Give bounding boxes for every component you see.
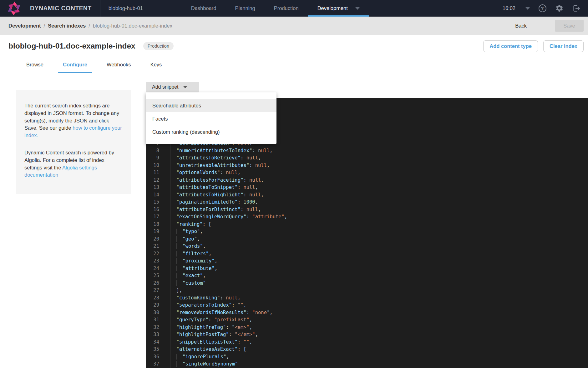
chevron-down-icon: [183, 86, 187, 88]
code-line[interactable]: 19 "typo",: [146, 228, 588, 236]
code-text: "attributesForFaceting": null,: [170, 177, 264, 184]
code-text: "typo",: [170, 228, 203, 236]
tab-webhooks[interactable]: Webhooks: [97, 56, 141, 73]
line-number: 11: [146, 169, 170, 177]
code-line[interactable]: 12 "attributesForFaceting": null,: [146, 177, 588, 184]
info-panel: The current search index settings are di…: [16, 90, 131, 194]
code-text: "highlightPostTag": "</em>",: [170, 331, 258, 339]
nav-item-planning[interactable]: Planning: [226, 0, 265, 17]
add-snippet-button[interactable]: Add snippet: [146, 82, 199, 92]
info-paragraph: The current search index settings are di…: [24, 102, 123, 139]
code-text: "separatorsToIndex": "",: [170, 302, 246, 309]
code-text: "attributeForDistinct": null,: [170, 206, 261, 214]
code-line[interactable]: 16 "attributeForDistinct": null,: [146, 206, 588, 214]
logout-icon[interactable]: [572, 4, 580, 13]
code-line[interactable]: 20 "geo",: [146, 236, 588, 243]
code-line[interactable]: 32 "highlightPreTag": "<em>",: [146, 324, 588, 331]
line-number: 13: [146, 184, 170, 191]
code-line[interactable]: 17 "exactOnSingleWordQuery": "attribute"…: [146, 213, 588, 221]
code-text: "unretrievableAttributes": null,: [170, 162, 270, 169]
line-number: 19: [146, 228, 170, 236]
code-line[interactable]: 35 "alternativesAsExact": [: [146, 346, 588, 353]
page-title: bloblog-hub-01.doc-example-index: [8, 42, 135, 50]
breadcrumb-actions: Back Save: [515, 20, 584, 32]
menu-item-searchable-attributes[interactable]: Searchable attributes: [146, 99, 276, 112]
code-line[interactable]: 22 "filters",: [146, 250, 588, 258]
help-icon[interactable]: ?: [538, 4, 547, 13]
top-navbar: DYNAMIC CONTENT bloblog-hub-01 Dashboard…: [0, 0, 588, 17]
line-number: 30: [146, 309, 170, 317]
code-line[interactable]: 15 "paginationLimitedTo": 1000,: [146, 199, 588, 206]
line-number: 27: [146, 287, 170, 294]
line-number: 31: [146, 316, 170, 324]
code-line[interactable]: 10 "unretrievableAttributes": null,: [146, 162, 588, 169]
navbar-right-cluster: 16:02 ?: [503, 4, 580, 13]
nav-item-production[interactable]: Production: [265, 0, 308, 17]
question-mark-glyph: ?: [539, 4, 546, 12]
time-chevron-down-icon[interactable]: [525, 7, 530, 10]
code-line[interactable]: 33 "highlightPostTag": "</em>",: [146, 331, 588, 339]
clear-index-button[interactable]: Clear index: [543, 40, 584, 52]
nav-item-label: Planning: [235, 5, 255, 11]
settings-gear-icon[interactable]: [555, 4, 564, 13]
line-number: 36: [146, 353, 170, 361]
code-line[interactable]: 37 "singleWordSynonym": [146, 360, 588, 368]
code-line[interactable]: 36 "ignorePlurals",: [146, 353, 588, 361]
menu-item-custom-ranking-descending-[interactable]: Custom ranking (descending): [146, 125, 276, 138]
breadcrumb-separator: /: [44, 23, 45, 29]
code-line[interactable]: 9 "attributesToRetrieve": null,: [146, 154, 588, 162]
breadcrumb-item[interactable]: Search indexes: [48, 23, 86, 29]
code-text: "attribute",: [170, 265, 217, 272]
code-line[interactable]: 13 "attributesToSnippet": null,: [146, 184, 588, 191]
tab-configure[interactable]: Configure: [53, 56, 97, 73]
code-line[interactable]: 14 "attributesToHighlight": null,: [146, 191, 588, 199]
line-number: 18: [146, 221, 170, 228]
clock-time: 16:02: [503, 5, 515, 11]
environment-badge: Production: [143, 42, 174, 50]
hub-name[interactable]: bloblog-hub-01: [109, 5, 143, 11]
code-line[interactable]: 24 "attribute",: [146, 265, 588, 272]
page-header: bloblog-hub-01.doc-example-index Product…: [8, 39, 584, 53]
line-number: 32: [146, 324, 170, 331]
code-line[interactable]: 18 "ranking": [: [146, 221, 588, 228]
breadcrumb-item[interactable]: Development: [8, 23, 41, 29]
code-line[interactable]: 8 "numericAttributesToIndex": null,: [146, 147, 588, 155]
breadcrumb: Development/Search indexes/bloblog-hub-0…: [8, 23, 172, 29]
tab-keys[interactable]: Keys: [141, 56, 172, 73]
tab-browse[interactable]: Browse: [17, 56, 53, 73]
code-text: "optionalWords": null,: [170, 169, 241, 177]
code-line[interactable]: 21 "words",: [146, 243, 588, 250]
dynamic-content-logo-icon[interactable]: [7, 1, 21, 16]
code-line[interactable]: 27 ],: [146, 287, 588, 294]
code-line[interactable]: 23 "proximity",: [146, 257, 588, 265]
breadcrumb-separator: /: [89, 23, 90, 29]
code-text: "attributesToHighlight": null,: [170, 191, 264, 199]
code-line[interactable]: 30 "removeWordsIfNoResults": "none",: [146, 309, 588, 317]
app-root: DYNAMIC CONTENT bloblog-hub-01 Dashboard…: [0, 0, 588, 368]
nav-item-development[interactable]: Development: [308, 0, 369, 17]
code-line[interactable]: 11 "optionalWords": null,: [146, 169, 588, 177]
breadcrumb-bar: Development/Search indexes/bloblog-hub-0…: [0, 17, 588, 35]
nav-item-dashboard[interactable]: Dashboard: [182, 0, 226, 17]
navbar-divider: [100, 0, 100, 17]
code-line[interactable]: 31 "queryType": "prefixLast",: [146, 316, 588, 324]
save-button[interactable]: Save: [555, 20, 584, 32]
line-number: 24: [146, 265, 170, 272]
code-line[interactable]: 34 "snippetEllipsisText": "",: [146, 339, 588, 346]
code-text: "attributesToSnippet": null,: [170, 184, 258, 191]
add-content-type-button[interactable]: Add content type: [483, 40, 538, 52]
code-text: "paginationLimitedTo": 1000,: [170, 199, 258, 206]
code-text: "exact",: [170, 272, 206, 280]
code-text: ],: [170, 287, 182, 294]
back-button[interactable]: Back: [515, 23, 527, 29]
line-number: 20: [146, 236, 170, 243]
menu-item-facets[interactable]: Facets: [146, 112, 276, 125]
code-line[interactable]: 28 "customRanking": null,: [146, 294, 588, 302]
line-number: 22: [146, 250, 170, 258]
code-line[interactable]: 29 "separatorsToIndex": "",: [146, 302, 588, 309]
line-number: 12: [146, 177, 170, 184]
code-line[interactable]: 26 "custom": [146, 280, 588, 287]
line-number: 34: [146, 339, 170, 346]
add-snippet-dropdown-menu: Searchable attributesFacetsCustom rankin…: [146, 92, 276, 144]
code-line[interactable]: 25 "exact",: [146, 272, 588, 280]
